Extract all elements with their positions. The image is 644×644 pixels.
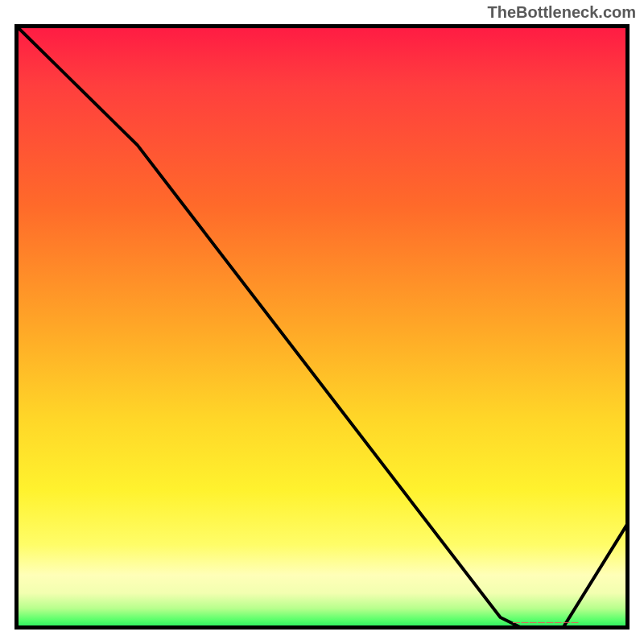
plot-border-right bbox=[625, 24, 630, 630]
plot-area: ──────── bbox=[14, 24, 630, 630]
plot-border-left bbox=[14, 24, 19, 630]
plot-border-top bbox=[14, 24, 630, 28]
heat-gradient-background bbox=[14, 24, 630, 630]
watermark-text: TheBottleneck.com bbox=[488, 3, 636, 22]
chart-container: TheBottleneck.com ──────── bbox=[0, 0, 644, 644]
plot-border-bottom bbox=[14, 625, 630, 630]
